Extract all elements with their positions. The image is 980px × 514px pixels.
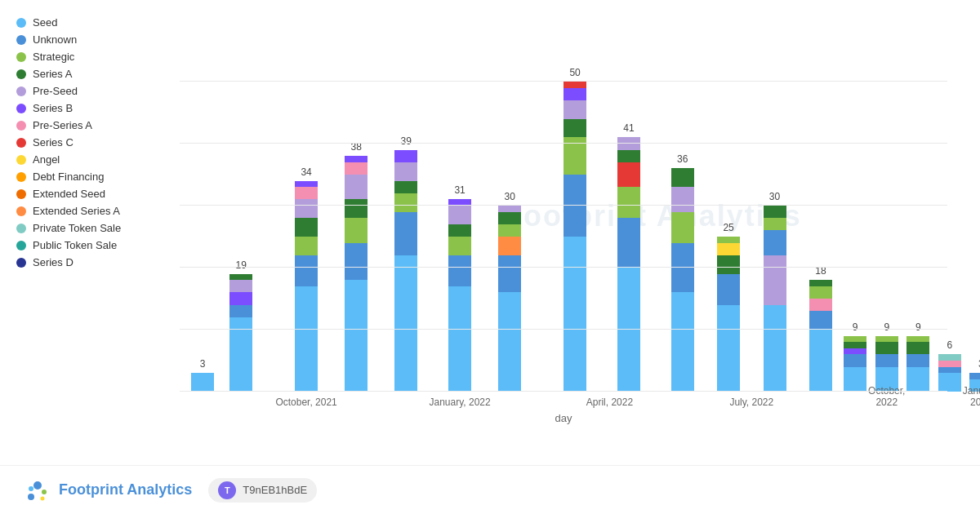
bar-total-label: 25: [723, 222, 733, 233]
logo-area: Footprint Analytics: [24, 477, 192, 503]
bar-total-label: 36: [677, 153, 688, 165]
bar-segment-series-a: [229, 274, 252, 281]
bar-group: 36: [671, 168, 694, 392]
bar-segment-series-b: [394, 150, 417, 162]
bar-segment-seed: [938, 373, 961, 392]
legend-label-series-c: Series C: [33, 136, 74, 148]
bar-segment-seed: [764, 305, 786, 392]
grid-line: [180, 205, 947, 206]
bar-segment-extended-series-a: [498, 237, 521, 255]
bar-segment-pre-seed: [229, 280, 252, 292]
bar-total-label: 50: [569, 67, 580, 78]
bar-segment-series-b: [844, 348, 866, 355]
bar-segment-unknown: [969, 373, 980, 379]
legend-dot-pre-seed: [16, 86, 26, 96]
legend-dot-series-c: [16, 138, 26, 148]
token-circle: T: [218, 481, 236, 499]
chart-area: SeedUnknownStrategicSeries APre-SeedSeri…: [0, 0, 980, 465]
bar-segment-seed: [717, 305, 740, 392]
bar-segment-pre-seed: [345, 175, 368, 199]
legend-item-series-c: Series C: [16, 136, 180, 148]
bar-segment-strategic: [671, 212, 694, 243]
legend-label-seed: Seed: [33, 16, 57, 29]
bar-segment-series-a: [906, 342, 929, 354]
x-axis-title: day: [555, 412, 572, 424]
bar-segment-unknown: [564, 175, 586, 237]
legend-label-pre-series-a: Pre-Series A: [33, 119, 92, 131]
bar-segment-series-b: [295, 181, 318, 188]
bar-group: 18: [809, 280, 832, 392]
legend-dot-unknown: [16, 35, 26, 45]
bar-segment-series-b: [229, 292, 252, 304]
bar-group: 25: [717, 237, 740, 392]
bar-segment-seed: [498, 292, 521, 392]
bar-segment-private-token-sale: [938, 354, 961, 361]
svg-point-0: [28, 494, 34, 500]
bar-segment-unknown: [809, 311, 832, 330]
legend-label-debt-financing: Debt Financing: [33, 171, 104, 183]
bar-segment-seed: [295, 286, 318, 392]
legend-item-series-d: Series D: [16, 256, 180, 268]
legend-dot-series-a: [16, 69, 26, 79]
bar-segment-strategic: [717, 237, 740, 243]
legend-dot-private-token-sale: [16, 224, 26, 233]
legend-label-angel: Angel: [33, 153, 60, 166]
legend-dot-extended-seed: [16, 189, 26, 199]
legend-item-seed: Seed: [16, 16, 180, 29]
bar-segment-pre-seed: [764, 255, 786, 305]
bar-segment-series-a: [295, 218, 318, 237]
bar-segment-unknown: [906, 354, 929, 366]
token-badge: T T9nEB1hBdE: [208, 478, 317, 503]
bar-segment-series-a: [671, 168, 694, 187]
bar-group: 30: [764, 206, 786, 392]
bar-segment-strategic: [394, 193, 417, 212]
bar-total-label: 41: [623, 122, 634, 134]
bar-total-label: 34: [301, 166, 311, 178]
bar-group: 9: [844, 336, 866, 392]
bars-inner: Footprint Analytics 31934383931305041362…: [180, 16, 947, 416]
bar-segment-strategic: [345, 218, 368, 242]
grid-line: [180, 267, 947, 268]
bar-segment-series-a: [717, 255, 740, 274]
legend-item-pre-seed: Pre-Seed: [16, 85, 180, 97]
bar-segment-series-a: [844, 342, 866, 348]
logo-icon: [24, 477, 51, 503]
bar-segment-series-a: [809, 280, 832, 286]
bar-segment-strategic: [617, 187, 640, 218]
legend-label-extended-seed: Extended Seed: [33, 188, 105, 200]
legend-label-pre-seed: Pre-Seed: [33, 85, 78, 97]
x-axis-label: January, 2023: [963, 385, 980, 408]
legend-item-debt-financing: Debt Financing: [16, 171, 180, 183]
bar-segment-series-a: [345, 199, 368, 218]
bar-segment-unknown: [764, 230, 786, 255]
legend-item-strategic: Strategic: [16, 51, 180, 63]
legend-item-pre-series-a: Pre-Series A: [16, 119, 180, 131]
bar-group: 9: [875, 336, 898, 392]
bar-segment-seed: [191, 373, 214, 392]
bar-total-label: 30: [769, 191, 780, 202]
bar-segment-strategic: [498, 224, 521, 237]
bar-segment-series-b: [564, 88, 586, 100]
bar-segment-strategic: [809, 286, 832, 299]
bar-segment-series-a: [875, 342, 898, 354]
bar-segment-series-c: [564, 82, 586, 88]
bar-segment-unknown: [875, 354, 898, 366]
bar-segment-strategic: [906, 336, 929, 343]
svg-point-2: [33, 481, 42, 490]
bar-total-label: 9: [884, 321, 889, 333]
bar-total-label: 9: [853, 321, 858, 333]
bar-segment-unknown: [617, 218, 640, 268]
bar-group: 39: [394, 150, 417, 392]
legend-dot-public-token-sale: [16, 241, 26, 250]
token-id: T9nEB1hBdE: [243, 484, 307, 496]
bar-segment-seed: [564, 237, 586, 392]
bar-segment-strategic: [448, 237, 471, 255]
bar-segment-unknown: [498, 255, 521, 293]
bar-segment-pre-series-a: [345, 162, 368, 175]
bar-segment-unknown: [671, 243, 694, 293]
bar-segment-unknown: [938, 367, 961, 374]
grid-line: [180, 81, 947, 82]
bar-segment-pre-series-a: [809, 299, 832, 311]
x-axis-label: April, 2022: [586, 397, 633, 408]
bar-total-label: 39: [401, 135, 412, 147]
